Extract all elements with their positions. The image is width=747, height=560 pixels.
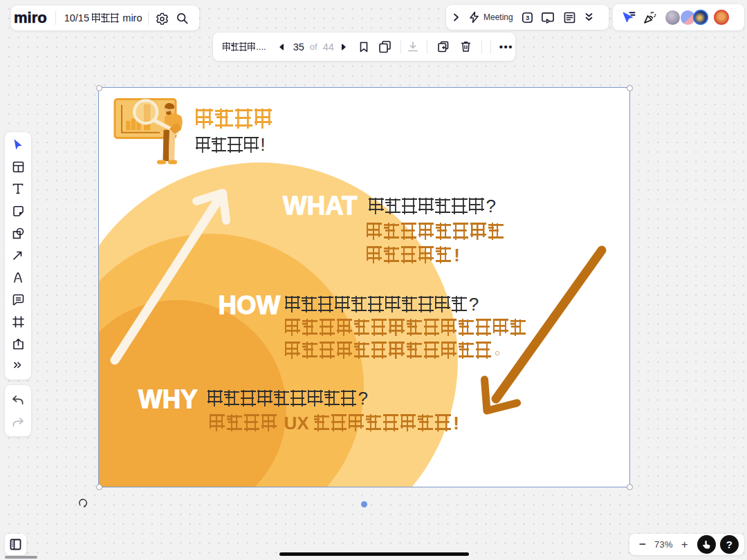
svg-text:3: 3 — [526, 14, 529, 21]
